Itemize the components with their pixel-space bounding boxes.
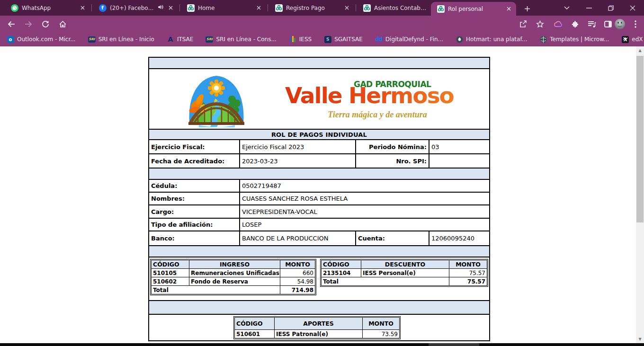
ingreso-code: 510105	[152, 269, 189, 277]
table-row: 510601 IESS Patronal(e) 73.59	[235, 330, 400, 338]
dd-icon: dd	[375, 35, 383, 43]
toolbar: fingads.net/sf2/nomina/files/rol_persona…	[0, 16, 644, 32]
tab-registro-pago[interactable]: Registro Pago	[269, 0, 354, 16]
tab-title: Registro Pago	[286, 5, 340, 11]
sidebar-icon[interactable]	[601, 18, 615, 31]
bookmark-label: SRI en Línea - Cons...	[216, 36, 276, 43]
ingresos-total-value: 714.98	[280, 286, 315, 294]
tab-asientos-contables[interactable]: Asientos Contables	[357, 0, 442, 16]
cargo-label: Cargo:	[149, 205, 240, 218]
scroll-down-icon[interactable]: ▼	[636, 335, 644, 343]
descuentos-total-value: 75.57	[449, 277, 487, 286]
menu-kebab-icon[interactable]	[629, 18, 642, 31]
sun	[208, 80, 225, 97]
bookmark-outlook[interactable]: o Outlook.com - Micr...	[7, 35, 76, 43]
cuenta-label: Cuenta:	[356, 231, 429, 245]
doc-divider-bar	[149, 301, 489, 315]
close-icon[interactable]	[167, 4, 174, 12]
cargo-row: Cargo: VICEPRESIDENTA-VOCAL	[149, 205, 489, 219]
fingads-favicon	[275, 4, 283, 12]
periodo-label: Periodo Nómina:	[356, 140, 429, 153]
tab-title: (20+) Facebook	[110, 5, 154, 11]
back-icon[interactable]	[5, 18, 18, 31]
minimize-icon[interactable]	[579, 0, 599, 16]
tab-search-chevron-icon[interactable]	[556, 0, 577, 16]
tab-title: WhatsApp	[22, 5, 75, 11]
extension-cloud-icon[interactable]	[552, 18, 565, 31]
table-row: 2135104 IESS Personal(e) 75.57	[322, 269, 487, 277]
payroll-document: Valle Hermoso GAD PARROQUIAL Tierra mági…	[148, 57, 490, 341]
ingreso-amount: 660	[280, 269, 315, 277]
fingads-favicon	[437, 5, 445, 13]
extensions-puzzle-icon[interactable]	[568, 18, 581, 31]
bookmarks-overflow-icon[interactable]: »	[623, 35, 626, 42]
nombres-label: Nombres:	[149, 193, 240, 204]
close-icon[interactable]	[505, 5, 512, 13]
bookmark-label: SGAITSAE	[334, 36, 363, 43]
ejercicio-value: Ejercicio Fiscal 2023	[240, 140, 356, 153]
reload-icon[interactable]	[39, 18, 52, 31]
aportes-table: CÓDIGO APORTES MONTO 510601 IESS Patrona…	[233, 316, 401, 339]
bookmark-sri-consultas[interactable]: SRI SRI en Línea - Cons...	[206, 35, 276, 43]
bookmark-digitaldefynd[interactable]: dd DigitalDefynd - Fin...	[375, 35, 443, 43]
nombres-row: Nombres: CUASES SANCHEZ ROSA ESTHELA	[149, 193, 489, 205]
scroll-up-icon[interactable]: ▲	[636, 46, 644, 54]
afiliacion-value: LOSEP	[240, 219, 489, 231]
outlook-icon: o	[7, 35, 14, 43]
bookmark-sri-inicio[interactable]: SRI SRI en Línea - Inicio	[88, 35, 154, 43]
valle-hermoso-logo	[185, 70, 248, 128]
avatar[interactable]	[613, 18, 626, 31]
afiliacion-row: Tipo de afiliación: LOSEP	[149, 219, 489, 231]
home-icon[interactable]	[56, 18, 69, 31]
cuenta-value: 12060095240	[429, 231, 489, 245]
cargo-value: VICEPRESIDENTA-VOCAL	[240, 205, 489, 218]
doc-letterhead: Valle Hermoso GAD PARROQUIAL Tierra mági…	[149, 69, 489, 130]
scrollbar-thumb[interactable]	[636, 56, 644, 222]
bookmark-iess[interactable]: IESS	[289, 35, 312, 43]
bookmark-templates[interactable]: Templates | Microw...	[539, 35, 609, 43]
ingreso-name: Remuneraciones Unificadas	[189, 269, 280, 277]
playlist-icon[interactable]	[585, 18, 599, 31]
tab-whatsapp[interactable]: WhatsApp	[5, 0, 90, 16]
bookmark-hotmart[interactable]: Hotmart: una plataf...	[456, 35, 527, 43]
spi-label: Nro. SPI:	[356, 154, 429, 168]
iess-icon	[289, 35, 296, 43]
globe-icon	[539, 35, 547, 43]
bookmark-label: SRI en Línea - Inicio	[98, 36, 154, 43]
ingresos-header-ingreso: INGRESO	[189, 260, 280, 269]
close-icon[interactable]	[343, 4, 350, 12]
tab-home[interactable]: Home	[181, 0, 266, 16]
banco-row: Banco: BANCO DE LA PRODUCCION Cuenta: 12…	[149, 231, 489, 246]
share-icon[interactable]	[516, 18, 529, 31]
whatsapp-icon	[10, 4, 18, 12]
descuento-code: 2135104	[322, 269, 361, 277]
sri-icon: SRI	[88, 35, 96, 43]
audio-speaker-icon[interactable]	[158, 4, 163, 11]
fingads-favicon	[187, 4, 195, 12]
bookmark-label: Outlook.com - Micr...	[17, 36, 76, 43]
doc-title: ROL DE PAGOS INDIVIDUAL	[149, 130, 489, 140]
close-icon[interactable]	[255, 4, 262, 12]
bookmark-star-icon[interactable]	[533, 18, 546, 31]
aportes-section: CÓDIGO APORTES MONTO 510601 IESS Patrona…	[149, 315, 489, 340]
fingads-favicon	[363, 4, 371, 12]
tab-rol-personal[interactable]: Rol personal	[431, 2, 516, 16]
forward-icon[interactable]	[22, 18, 35, 31]
banco-label: Banco:	[149, 231, 240, 245]
aporte-name: IESS Patronal(e)	[275, 330, 363, 338]
ingresos-header-codigo: CÓDIGO	[152, 260, 189, 269]
tab-facebook[interactable]: f (20+) Facebook	[93, 0, 178, 16]
restore-icon[interactable]	[600, 0, 621, 16]
ingreso-amount: 54.98	[280, 277, 315, 286]
periodo-value: 03	[429, 140, 489, 153]
itsae-icon: A	[167, 35, 174, 43]
bottom-edge-segment	[429, 343, 479, 346]
close-icon[interactable]	[79, 4, 86, 12]
new-tab-icon[interactable]	[521, 2, 533, 15]
bookmark-itsae[interactable]: A ITSAE	[167, 35, 194, 43]
bookmark-sgaitsae[interactable]: S SGAITSAE	[324, 35, 363, 43]
window-close-icon[interactable]	[622, 0, 643, 16]
vertical-scrollbar[interactable]: ▲ ▼	[636, 46, 644, 343]
descuento-amount: 75.57	[449, 269, 487, 277]
page-content: Valle Hermoso GAD PARROQUIAL Tierra mági…	[0, 46, 636, 346]
